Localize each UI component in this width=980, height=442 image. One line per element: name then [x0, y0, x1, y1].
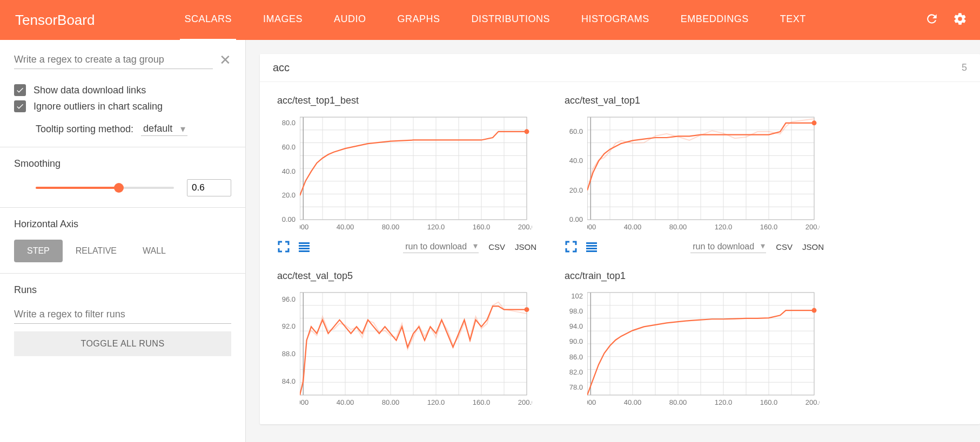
- axis-button-relative[interactable]: RELATIVE: [63, 240, 130, 262]
- svg-text:120.0: 120.0: [427, 398, 445, 406]
- close-icon[interactable]: ✕: [219, 52, 231, 69]
- tag-filter-input[interactable]: [14, 51, 213, 69]
- svg-text:40.00: 40.00: [624, 223, 642, 231]
- svg-text:80.00: 80.00: [382, 398, 400, 406]
- svg-rect-65: [586, 250, 597, 252]
- svg-rect-63: [586, 245, 597, 247]
- chart-card: acc/test_val_top1 0.0020.040.060.00.0004…: [565, 95, 824, 253]
- horizontal-axis-label: Horizontal Axis: [14, 219, 231, 230]
- runs-label: Runs: [14, 284, 231, 296]
- smoothing-label: Smoothing: [14, 158, 231, 169]
- svg-text:200.0: 200.0: [806, 398, 820, 406]
- svg-rect-30: [299, 245, 310, 247]
- fullscreen-icon[interactable]: [277, 240, 290, 253]
- chart-card: acc/test_top1_best 0.0020.040.060.080.00…: [277, 95, 536, 253]
- download-csv-link[interactable]: CSV: [488, 242, 505, 251]
- svg-text:0.000: 0.000: [587, 223, 596, 231]
- svg-text:160.0: 160.0: [473, 223, 491, 231]
- refresh-icon[interactable]: [925, 12, 939, 28]
- tab-histograms[interactable]: HISTOGRAMS: [577, 0, 654, 40]
- chart-title: acc/test_top1_best: [277, 95, 536, 106]
- svg-text:0.000: 0.000: [300, 398, 308, 406]
- tab-distributions[interactable]: DISTRIBUTIONS: [467, 0, 555, 40]
- svg-rect-32: [299, 250, 310, 252]
- svg-text:160.0: 160.0: [760, 398, 778, 406]
- smoothing-slider[interactable]: [36, 187, 174, 189]
- tab-scalars[interactable]: SCALARS: [180, 0, 236, 40]
- svg-text:40.00: 40.00: [337, 398, 354, 406]
- svg-text:120.0: 120.0: [427, 223, 445, 231]
- list-icon[interactable]: [298, 240, 311, 253]
- chart-title: acc/train_top1: [565, 270, 824, 282]
- list-icon[interactable]: [585, 240, 598, 253]
- svg-text:160.0: 160.0: [760, 223, 778, 231]
- svg-point-88: [525, 307, 529, 312]
- tag-filter-value[interactable]: acc: [273, 62, 962, 74]
- svg-text:200.0: 200.0: [518, 398, 532, 406]
- svg-rect-62: [586, 242, 597, 244]
- download-csv-link[interactable]: CSV: [776, 242, 793, 251]
- tooltip-sort-select[interactable]: default: [141, 122, 187, 136]
- run-download-select[interactable]: run to download: [403, 241, 479, 253]
- chart-plot[interactable]: 0.0020.040.060.00.00040.0080.00120.0160.…: [587, 112, 820, 236]
- tab-audio[interactable]: AUDIO: [330, 0, 371, 40]
- ignore-outliers-label: Ignore outliers in chart scaling: [33, 101, 163, 112]
- show-download-links-checkbox[interactable]: [14, 84, 26, 96]
- svg-text:40.00: 40.00: [337, 223, 354, 231]
- svg-text:80.00: 80.00: [669, 398, 687, 406]
- show-download-links-label: Show data download links: [33, 85, 146, 96]
- svg-text:120.0: 120.0: [715, 223, 733, 231]
- svg-text:120.0: 120.0: [715, 398, 733, 406]
- chart-card: acc/train_top1 78.082.086.090.094.098.01…: [565, 270, 824, 411]
- svg-text:200.0: 200.0: [806, 223, 820, 231]
- svg-text:40.00: 40.00: [624, 398, 642, 406]
- tab-text[interactable]: TEXT: [776, 0, 810, 40]
- runs-filter-input[interactable]: [14, 305, 231, 324]
- chart-plot[interactable]: 84.088.092.096.00.00040.0080.00120.0160.…: [300, 287, 532, 411]
- download-json-link[interactable]: JSON: [515, 242, 536, 251]
- smoothing-input[interactable]: [187, 179, 231, 196]
- svg-text:80.00: 80.00: [669, 223, 687, 231]
- svg-text:160.0: 160.0: [473, 398, 491, 406]
- svg-rect-64: [586, 248, 597, 249]
- svg-rect-31: [299, 248, 310, 249]
- gear-icon[interactable]: [953, 12, 967, 28]
- tooltip-sort-label: Tooltip sorting method:: [36, 124, 133, 135]
- tab-images[interactable]: IMAGES: [259, 0, 307, 40]
- ignore-outliers-checkbox[interactable]: [14, 100, 26, 112]
- tab-embeddings[interactable]: EMBEDDINGS: [676, 0, 753, 40]
- chart-title: acc/test_val_top1: [565, 95, 824, 106]
- logo: TensorBoard: [0, 12, 110, 29]
- axis-button-step[interactable]: STEP: [14, 240, 63, 262]
- download-json-link[interactable]: JSON: [802, 242, 824, 251]
- axis-button-wall[interactable]: WALL: [130, 240, 179, 262]
- run-download-select[interactable]: run to download: [690, 241, 766, 253]
- chart-plot[interactable]: 78.082.086.090.094.098.01020.00040.0080.…: [587, 287, 820, 411]
- chart-title: acc/test_val_top5: [277, 270, 536, 282]
- fullscreen-icon[interactable]: [565, 240, 578, 253]
- svg-rect-29: [299, 242, 310, 244]
- chart-plot[interactable]: 0.0020.040.060.080.00.00040.0080.00120.0…: [300, 112, 532, 236]
- svg-text:200.0: 200.0: [518, 223, 532, 231]
- svg-text:80.00: 80.00: [382, 223, 400, 231]
- svg-point-55: [812, 120, 817, 125]
- tab-graphs[interactable]: GRAPHS: [393, 0, 445, 40]
- svg-point-22: [525, 129, 529, 134]
- svg-text:0.000: 0.000: [300, 223, 308, 231]
- toggle-all-runs-button[interactable]: TOGGLE ALL RUNS: [14, 331, 231, 356]
- chart-card: acc/test_val_top5 84.088.092.096.00.0004…: [277, 270, 536, 411]
- header-tabs: SCALARSIMAGESAUDIOGRAPHSDISTRIBUTIONSHIS…: [180, 0, 810, 40]
- result-count: 5: [962, 62, 967, 73]
- svg-text:0.000: 0.000: [587, 398, 596, 406]
- svg-point-117: [812, 308, 817, 313]
